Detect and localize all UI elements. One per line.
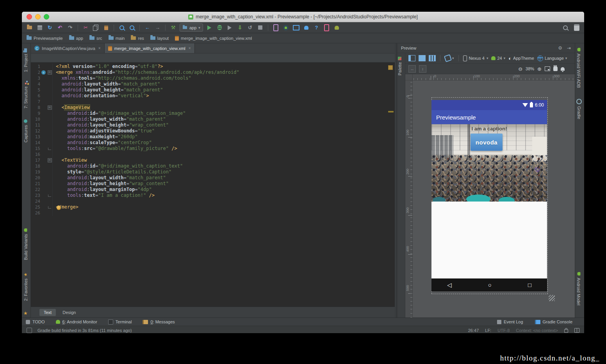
avd-manager-button[interactable] xyxy=(272,24,280,31)
toolwindow-toggle-icon[interactable] xyxy=(27,328,32,333)
fold-gutter[interactable] xyxy=(47,99,53,105)
breadcrumb-item-app[interactable]: app xyxy=(69,36,83,41)
fold-gutter[interactable] xyxy=(47,75,53,81)
code-text[interactable]: android:layout_width="match_parent" xyxy=(54,175,166,181)
breadcrumb-item-layout[interactable]: layout xyxy=(150,36,169,41)
fold-collapse-icon[interactable]: − xyxy=(48,105,52,110)
code-text[interactable]: android:scaleType="centerCrop" xyxy=(54,140,152,146)
preview-canvas[interactable]: 6:00 Previewsample xyxy=(413,80,575,318)
code-text[interactable]: <?xml version="1.0" encoding="utf-8"?> xyxy=(54,64,163,70)
fold-gutter[interactable] xyxy=(47,128,53,134)
replace-button[interactable] xyxy=(128,24,135,31)
fold-collapse-icon[interactable]: − xyxy=(48,158,52,162)
code-line[interactable]: 3 xmlns:tools="http://schemas.android.co… xyxy=(31,75,395,81)
toolwindow-todo[interactable]: TODO xyxy=(26,319,45,324)
phone-preview[interactable]: 6:00 Previewsample xyxy=(431,100,547,291)
find-button[interactable] xyxy=(118,24,125,31)
code-line[interactable]: 20 android:layout_width="match_parent" xyxy=(31,175,395,181)
toolwindow-terminal[interactable]: Terminal xyxy=(108,319,132,325)
fold-gutter[interactable] xyxy=(47,146,53,152)
save-all-button[interactable] xyxy=(36,24,43,31)
line-separator-indicator[interactable]: LF: xyxy=(485,328,491,333)
fold-collapse-icon[interactable]: − xyxy=(48,70,52,75)
code-text[interactable]: <merge xmlns:android="http://schemas.and… xyxy=(54,70,239,75)
theme-selector[interactable]: ◐AppTheme xyxy=(508,55,534,61)
resize-height-button[interactable]: ↕ xyxy=(419,65,426,73)
code-text[interactable]: android:adjustViewBounds="true" xyxy=(54,128,155,134)
pan-hand-icon[interactable] xyxy=(553,66,558,71)
fold-gutter[interactable] xyxy=(47,175,53,181)
redo-button[interactable]: ↷ xyxy=(66,24,74,31)
breadcrumb-item-project[interactable]: Previewsample xyxy=(27,36,63,41)
code-text[interactable]: android:layout_height="wrap_content" xyxy=(54,181,169,187)
close-icon[interactable]: × xyxy=(98,46,101,50)
code-text[interactable] xyxy=(54,210,56,216)
fold-gutter[interactable] xyxy=(47,87,53,93)
breadcrumb-item-src[interactable]: src xyxy=(89,36,102,41)
cut-button[interactable]: ✂ xyxy=(82,24,89,31)
sidebar-item-gradle[interactable]: Gradle xyxy=(576,96,582,122)
nav-home-icon[interactable]: ○ xyxy=(488,282,492,288)
sidebar-item-build-variants[interactable]: Build Variants xyxy=(23,225,28,263)
toolwindow-event-log[interactable]: Event Log xyxy=(497,319,523,324)
fold-gutter[interactable] xyxy=(47,181,53,187)
zoom-out-icon[interactable]: ⊖ xyxy=(518,66,522,72)
highlighting-level-icon[interactable] xyxy=(574,328,579,333)
fold-gutter[interactable] xyxy=(47,193,53,198)
zoom-to-fit-icon[interactable] xyxy=(545,66,550,71)
code-text[interactable]: android:layout_marginTop="4dp" xyxy=(54,187,152,193)
language-selector[interactable]: Language▾ xyxy=(537,55,567,61)
editor-tab-xml[interactable]: merge_image_with_caption_view.xml × xyxy=(105,43,195,53)
code-line[interactable]: 11 android:layout_height="wrap_content" xyxy=(31,122,395,128)
code-line[interactable]: 18 android:id="@+id/image_with_caption_t… xyxy=(31,163,395,169)
status-message[interactable]: Gradle build finished in 3s 81ms (11 min… xyxy=(37,328,132,333)
fold-gutter[interactable] xyxy=(47,140,53,146)
sidebar-item-captures[interactable]: Captures xyxy=(23,117,28,145)
fold-gutter[interactable] xyxy=(47,163,53,169)
resize-handle[interactable] xyxy=(549,295,555,301)
code-text[interactable]: tools:text="I am a caption!" /> xyxy=(54,193,155,198)
code-line[interactable]: 1<?xml version="1.0" encoding="utf-8"?> xyxy=(31,64,395,70)
code-text[interactable]: android:orientation="vertical"> xyxy=(54,93,149,99)
code-editor[interactable]: 1<?xml version="1.0" encoding="utf-8"?>2… xyxy=(31,62,395,307)
fold-gutter[interactable] xyxy=(47,93,53,99)
code-line[interactable]: 13 android:maxHeight="260dp" xyxy=(31,134,395,140)
sidebar-item-android-model[interactable]: Android Model xyxy=(576,269,581,308)
code-text[interactable] xyxy=(54,152,56,157)
back-button[interactable]: ← xyxy=(144,24,151,31)
code-text[interactable]: android:maxHeight="260dp" xyxy=(54,134,138,140)
code-line[interactable]: 9 android:id="@+id/image_with_caption_im… xyxy=(31,111,395,116)
fold-gutter[interactable] xyxy=(47,116,53,122)
build-button[interactable]: ⚒ xyxy=(169,24,177,31)
fold-gutter[interactable] xyxy=(47,134,53,140)
run-coverage-button[interactable] xyxy=(226,24,233,31)
layout-variant-2-icon[interactable] xyxy=(419,55,426,61)
code-line[interactable]: 24 xyxy=(31,198,395,204)
code-line[interactable]: 22 android:layout_marginTop="4dp" xyxy=(31,187,395,193)
breadcrumb-item-file[interactable]: merge_image_with_caption_view.xml xyxy=(175,36,252,41)
code-text[interactable] xyxy=(54,99,56,105)
orientation-selector[interactable]: ▾ xyxy=(445,55,454,61)
tab-palette[interactable]: Palette xyxy=(397,54,402,78)
fold-gutter[interactable] xyxy=(47,122,53,128)
adb-wifi-button[interactable] xyxy=(303,24,310,31)
fold-gutter[interactable] xyxy=(47,169,53,175)
code-text[interactable]: style="@style/ArticleDetails.Caption" xyxy=(54,169,171,175)
sdk-manager-button[interactable] xyxy=(282,24,290,31)
fold-gutter[interactable] xyxy=(47,81,53,87)
code-line[interactable]: 5 android:layout_height="match_parent" xyxy=(31,87,395,93)
code-line[interactable]: 16 xyxy=(31,152,395,157)
sidebar-item-project[interactable]: 1: Project xyxy=(23,46,28,75)
paste-button[interactable] xyxy=(102,24,110,31)
code-line[interactable]: 15 tools:src="@drawable/family_picture" … xyxy=(31,146,395,152)
code-line[interactable]: 12 android:adjustViewBounds="true" xyxy=(31,128,395,134)
stop-button[interactable] xyxy=(257,24,264,31)
code-text[interactable]: android:layout_height="wrap_content" xyxy=(54,122,169,128)
fold-gutter[interactable] xyxy=(47,204,53,210)
encoding-indicator[interactable]: UTF-8 xyxy=(497,328,510,333)
zoom-in-icon[interactable]: ⊕ xyxy=(537,66,542,72)
sidebar-item-structure[interactable]: 7: Structure xyxy=(23,80,28,111)
fold-gutter[interactable] xyxy=(47,152,53,157)
open-button[interactable] xyxy=(26,24,33,31)
toolwindow-messages[interactable]: 0: Messages xyxy=(143,319,175,324)
